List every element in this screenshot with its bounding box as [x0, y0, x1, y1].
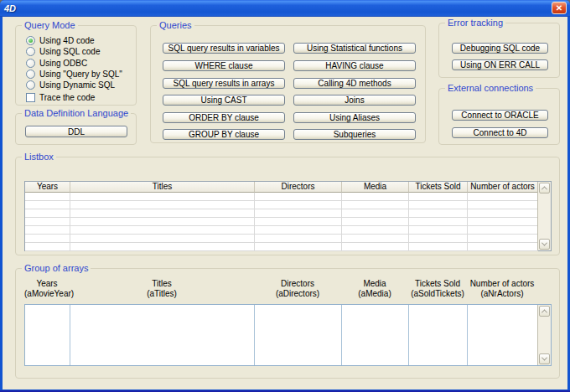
radio-option-using-odbc[interactable]: Using ODBC [26, 58, 87, 68]
table-cell [25, 209, 70, 217]
scroll-down-button[interactable] [539, 353, 550, 364]
table-cell [342, 226, 409, 234]
radio-label: Using "Query by SQL" [39, 70, 122, 79]
array-column-directors[interactable] [255, 305, 342, 365]
title-bar[interactable]: 4D ✕ [0, 0, 570, 17]
listbox-table: Years Titles Directors Media Tickets Sol… [24, 181, 552, 251]
having-clause-button[interactable]: HAVING clause [293, 60, 416, 71]
calling-4d-methods-button[interactable]: Calling 4D methods [293, 78, 416, 89]
where-clause-button[interactable]: WHERE clause [163, 60, 285, 71]
using-cast-button[interactable]: Using CAST [163, 95, 285, 106]
table-cell [70, 193, 255, 200]
window-client-area: Query Mode Using 4D code Using SQL code … [3, 17, 567, 389]
radio-icon[interactable] [26, 47, 35, 56]
array-column-years[interactable] [25, 305, 70, 365]
group-title-group-of-arrays: Group of arrays [22, 263, 91, 273]
table-cell [468, 193, 538, 200]
array-column-titles[interactable] [70, 305, 255, 365]
table-cell [409, 235, 468, 242]
checkbox-icon[interactable] [26, 93, 35, 102]
using-aliases-button[interactable]: Using Aliases [293, 112, 416, 123]
table-cell [70, 235, 255, 242]
group-query-mode: Query Mode Using 4D code Using SQL code … [15, 25, 137, 106]
scroll-up-button[interactable] [539, 306, 550, 317]
close-icon: ✕ [556, 3, 562, 13]
sql-query-results-in-variables-button[interactable]: SQL query results in variables [163, 43, 285, 54]
column-header-years[interactable]: Years [25, 182, 70, 193]
table-cell [409, 209, 468, 217]
group-external-connections: External connections Connect to ORACLE C… [438, 88, 560, 145]
arrays-vertical-scrollbar[interactable] [537, 305, 551, 365]
column-header-titles[interactable]: Titles [70, 182, 255, 193]
radio-icon[interactable] [26, 80, 35, 90]
4d-app-icon: 4D [0, 3, 16, 13]
scroll-down-button[interactable] [539, 239, 550, 250]
debugging-sql-code-button[interactable]: Debugging SQL code [452, 43, 548, 54]
group-title-query-mode: Query Mode [22, 20, 78, 30]
table-cell [468, 235, 538, 242]
scroll-up-button[interactable] [539, 183, 550, 193]
sql-query-results-in-arrays-button[interactable]: SQL query results in arrays [163, 78, 285, 89]
table-cell [255, 209, 342, 217]
subqueries-button[interactable]: Subqueries [293, 129, 416, 140]
table-row[interactable] [25, 226, 538, 235]
table-cell [25, 235, 70, 242]
table-row[interactable] [25, 201, 538, 209]
table-cell [70, 201, 255, 209]
radio-option-using-4d-code[interactable]: Using 4D code [26, 35, 95, 45]
group-title-queries: Queries [157, 20, 194, 30]
connect-to-4d-button[interactable]: Connect to 4D [452, 127, 548, 138]
order-by-clause-button[interactable]: ORDER BY clause [163, 112, 285, 123]
array-column-media[interactable] [342, 305, 409, 365]
checkbox-trace-the-code[interactable]: Trace the code [26, 92, 95, 102]
table-cell [70, 218, 255, 225]
radio-icon[interactable] [26, 36, 35, 45]
table-cell [409, 218, 468, 225]
joins-button[interactable]: Joins [293, 95, 416, 106]
array-column-tickets-sold[interactable] [409, 305, 468, 365]
arrays-columns [25, 305, 538, 365]
table-row[interactable] [25, 235, 538, 243]
connect-to-oracle-button[interactable]: Connect to ORACLE [452, 110, 548, 121]
using-on-err-call-button[interactable]: Using ON ERR CALL [452, 59, 548, 70]
chevron-down-icon [542, 240, 547, 246]
array-column-number-of-actors[interactable] [468, 305, 538, 365]
listbox-vertical-scrollbar[interactable] [537, 182, 551, 250]
column-header-number-of-actors[interactable]: Number of actors [468, 182, 538, 193]
radio-option-dynamic-sql[interactable]: Using Dynamic SQL [26, 80, 115, 90]
column-header-media[interactable]: Media [342, 182, 409, 193]
listbox-body [25, 193, 538, 251]
table-cell [342, 193, 409, 200]
using-statistical-functions-button[interactable]: Using Statistical functions [293, 43, 416, 54]
group-by-clause-button[interactable]: GROUP BY clause [163, 129, 285, 140]
chevron-up-icon [542, 309, 547, 315]
checkbox-label: Trace the code [39, 93, 95, 102]
table-row[interactable] [25, 209, 538, 218]
ddl-button[interactable]: DDL [25, 126, 127, 137]
radio-option-query-by-sql[interactable]: Using "Query by SQL" [26, 69, 122, 79]
column-header-tickets-sold[interactable]: Tickets Sold [409, 182, 468, 193]
radio-icon[interactable] [26, 59, 35, 68]
column-header-directors[interactable]: Directors [255, 182, 342, 193]
chevron-down-icon [542, 355, 547, 361]
array-label-directors: Directors(aDirectors) [254, 279, 341, 299]
array-column-labels: Years(aMovieYear) Titles(aTitles) Direct… [24, 279, 537, 299]
table-cell [255, 193, 342, 200]
array-label-media: Media(aMedia) [341, 279, 408, 299]
table-row[interactable] [25, 193, 538, 201]
group-data-definition-language: Data Definition Language DDL [15, 113, 137, 145]
radio-label: Using SQL code [39, 47, 100, 56]
close-button[interactable]: ✕ [552, 2, 567, 14]
table-cell [409, 226, 468, 234]
table-row[interactable] [25, 243, 538, 251]
group-group-of-arrays: Group of arrays Years(aMovieYear) Titles… [15, 268, 560, 379]
table-cell [255, 243, 342, 250]
table-cell [342, 218, 409, 225]
table-cell [468, 226, 538, 234]
radio-icon[interactable] [26, 70, 35, 79]
radio-label: Using Dynamic SQL [39, 80, 115, 90]
table-row[interactable] [25, 218, 538, 226]
table-cell [255, 226, 342, 234]
radio-option-using-sql-code[interactable]: Using SQL code [26, 46, 100, 56]
arrays-list-area[interactable] [24, 304, 552, 366]
